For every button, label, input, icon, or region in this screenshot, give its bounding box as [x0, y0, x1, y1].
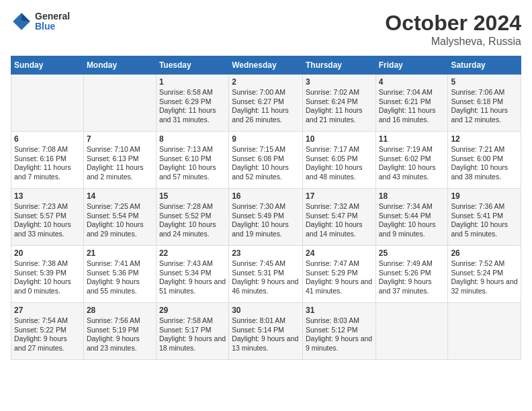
calendar-week-row: 13Sunrise: 7:23 AMSunset: 5:57 PMDayligh…: [11, 189, 521, 246]
day-content-line: Sunrise: 8:01 AM: [232, 316, 300, 326]
calendar-cell: 16Sunrise: 7:30 AMSunset: 5:49 PMDayligh…: [229, 189, 303, 246]
day-content-line: Sunset: 5:31 PM: [232, 269, 300, 278]
day-content-line: Daylight: 9 hours and 23 minutes.: [87, 334, 153, 353]
calendar-cell: 9Sunrise: 7:15 AMSunset: 6:08 PMDaylight…: [229, 132, 303, 189]
day-number: 6: [14, 134, 81, 144]
logo-text: General Blue: [35, 11, 70, 32]
day-content-line: Daylight: 10 hours and 52 minutes.: [232, 163, 300, 181]
calendar-cell: 11Sunrise: 7:19 AMSunset: 6:02 PMDayligh…: [375, 132, 448, 189]
day-number: 11: [379, 134, 445, 144]
day-content-line: Sunrise: 7:25 AM: [87, 202, 153, 212]
calendar-cell: 6Sunrise: 7:08 AMSunset: 6:16 PMDaylight…: [11, 132, 84, 189]
day-content-line: Sunset: 6:10 PM: [159, 154, 226, 164]
day-content-line: Daylight: 10 hours and 38 minutes.: [451, 163, 518, 181]
weekday-header-tuesday: Tuesday: [156, 56, 228, 75]
calendar-week-row: 27Sunrise: 7:54 AMSunset: 5:22 PMDayligh…: [11, 303, 521, 360]
day-content-line: Sunset: 5:39 PM: [14, 269, 81, 278]
calendar-cell: 30Sunrise: 8:01 AMSunset: 5:14 PMDayligh…: [229, 303, 303, 360]
day-content-line: Daylight: 10 hours and 9 minutes.: [379, 220, 445, 238]
day-content-line: Sunset: 5:26 PM: [379, 269, 445, 278]
day-content-line: Sunset: 5:44 PM: [379, 212, 445, 221]
day-number: 3: [306, 77, 373, 87]
day-number: 16: [232, 191, 300, 201]
day-content-line: Sunset: 6:18 PM: [451, 97, 518, 107]
day-content-line: Daylight: 9 hours and 18 minutes.: [159, 334, 226, 353]
day-number: 25: [379, 248, 445, 258]
page-header: General Blue October 2024 Malysheva, Rus…: [11, 11, 521, 48]
day-content-line: Daylight: 10 hours and 57 minutes.: [159, 163, 226, 181]
day-content-line: Sunrise: 7:15 AM: [232, 145, 300, 154]
day-content-line: Daylight: 11 hours and 7 minutes.: [14, 163, 81, 181]
day-content-line: Daylight: 11 hours and 16 minutes.: [379, 106, 445, 124]
calendar-table: SundayMondayTuesdayWednesdayThursdayFrid…: [11, 56, 521, 360]
calendar-cell: 21Sunrise: 7:41 AMSunset: 5:36 PMDayligh…: [83, 246, 156, 303]
day-content-line: Daylight: 11 hours and 2 minutes.: [87, 163, 153, 181]
day-content-line: Sunrise: 7:17 AM: [306, 145, 373, 154]
logo-blue-text: Blue: [35, 21, 70, 32]
day-number: 10: [306, 134, 373, 144]
calendar-cell: 12Sunrise: 7:21 AMSunset: 6:00 PMDayligh…: [448, 132, 521, 189]
calendar-cell: [83, 75, 156, 132]
day-content-line: Sunrise: 7:36 AM: [451, 202, 518, 212]
day-content-line: Sunrise: 7:00 AM: [232, 88, 300, 97]
day-number: 21: [87, 248, 153, 258]
day-content-line: Sunset: 5:19 PM: [87, 326, 153, 335]
day-content-line: Sunrise: 7:08 AM: [14, 145, 81, 154]
weekday-header-monday: Monday: [83, 56, 156, 75]
day-content-line: Sunrise: 7:02 AM: [306, 88, 373, 97]
day-number: 14: [87, 191, 153, 201]
day-number: 28: [87, 306, 153, 315]
day-content-line: Daylight: 11 hours and 12 minutes.: [451, 106, 518, 124]
day-number: 31: [306, 306, 373, 315]
calendar-cell: 27Sunrise: 7:54 AMSunset: 5:22 PMDayligh…: [11, 303, 84, 360]
weekday-header-friday: Friday: [375, 56, 448, 75]
calendar-cell: 31Sunrise: 8:03 AMSunset: 5:12 PMDayligh…: [302, 303, 375, 360]
day-number: 27: [14, 306, 81, 315]
day-content-line: Sunrise: 7:56 AM: [87, 316, 153, 326]
day-number: 2: [232, 77, 300, 87]
calendar-cell: 8Sunrise: 7:13 AMSunset: 6:10 PMDaylight…: [156, 132, 228, 189]
day-content-line: Sunset: 6:16 PM: [14, 154, 81, 164]
day-content-line: Sunrise: 7:41 AM: [87, 259, 153, 269]
day-content-line: Sunrise: 7:04 AM: [379, 88, 445, 97]
calendar-cell: 5Sunrise: 7:06 AMSunset: 6:18 PMDaylight…: [448, 75, 521, 132]
day-content-line: Daylight: 9 hours and 41 minutes.: [306, 277, 373, 295]
day-content-line: Sunset: 5:12 PM: [306, 326, 373, 335]
weekday-header-row: SundayMondayTuesdayWednesdayThursdayFrid…: [11, 56, 521, 75]
day-content-line: Sunset: 5:47 PM: [306, 212, 373, 221]
day-content-line: Sunrise: 7:52 AM: [451, 259, 518, 269]
day-content-line: Daylight: 9 hours and 51 minutes.: [159, 277, 226, 295]
weekday-header-sunday: Sunday: [11, 56, 84, 75]
day-number: 30: [232, 306, 300, 315]
day-number: 24: [306, 248, 373, 258]
calendar-cell: 22Sunrise: 7:43 AMSunset: 5:34 PMDayligh…: [156, 246, 228, 303]
day-content-line: Sunset: 6:29 PM: [159, 97, 226, 107]
day-content-line: Sunset: 5:24 PM: [451, 269, 518, 278]
day-number: 18: [379, 191, 445, 201]
weekday-header-saturday: Saturday: [448, 56, 521, 75]
day-content-line: Sunrise: 7:47 AM: [306, 259, 373, 269]
day-content-line: Sunrise: 7:06 AM: [451, 88, 518, 97]
calendar-cell: 7Sunrise: 7:10 AMSunset: 6:13 PMDaylight…: [83, 132, 156, 189]
day-content-line: Sunrise: 7:34 AM: [379, 202, 445, 212]
day-content-line: Sunset: 6:27 PM: [232, 97, 300, 107]
calendar-cell: 4Sunrise: 7:04 AMSunset: 6:21 PMDaylight…: [375, 75, 448, 132]
day-content-line: Sunrise: 7:28 AM: [159, 202, 226, 212]
day-content-line: Sunset: 5:14 PM: [232, 326, 300, 335]
day-number: 13: [14, 191, 81, 201]
day-content-line: Sunrise: 7:21 AM: [451, 145, 518, 154]
day-content-line: Daylight: 10 hours and 0 minutes.: [14, 277, 81, 295]
logo-icon: [11, 11, 32, 32]
day-content-line: Sunset: 6:08 PM: [232, 154, 300, 164]
day-content-line: Sunrise: 7:32 AM: [306, 202, 373, 212]
day-content-line: Sunrise: 6:58 AM: [159, 88, 226, 97]
logo-general-text: General: [35, 11, 70, 21]
day-content-line: Sunrise: 7:10 AM: [87, 145, 153, 154]
day-content-line: Daylight: 10 hours and 24 minutes.: [159, 220, 226, 238]
day-content-line: Daylight: 9 hours and 37 minutes.: [379, 277, 445, 295]
day-content-line: Daylight: 9 hours and 27 minutes.: [14, 334, 81, 353]
day-content-line: Daylight: 10 hours and 33 minutes.: [14, 220, 81, 238]
calendar-cell: 1Sunrise: 6:58 AMSunset: 6:29 PMDaylight…: [156, 75, 228, 132]
calendar-cell: 28Sunrise: 7:56 AMSunset: 5:19 PMDayligh…: [83, 303, 156, 360]
day-content-line: Daylight: 9 hours and 32 minutes.: [451, 277, 518, 295]
